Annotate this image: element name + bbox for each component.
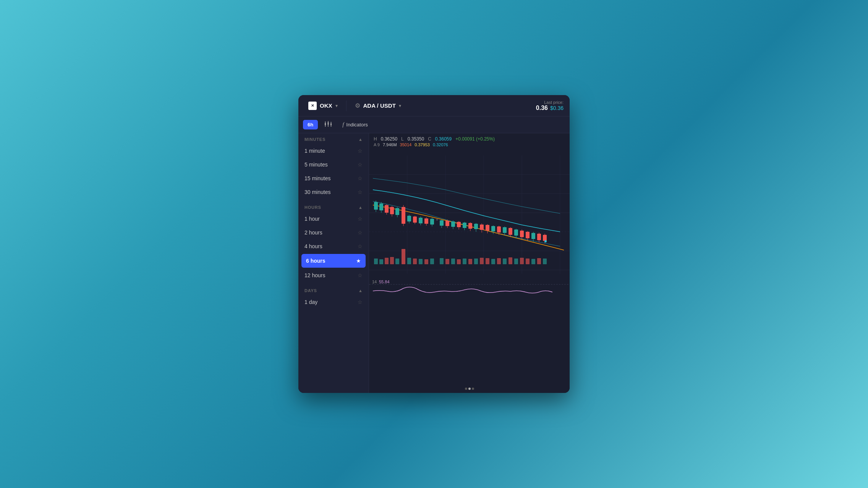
price-usd: $0.36 — [550, 105, 564, 111]
timeframe-4h-label: 4 hours — [304, 243, 322, 249]
chart-type-button[interactable] — [321, 119, 335, 131]
days-toggle-icon[interactable]: ▲ — [358, 288, 363, 293]
timeframe-30min-label: 30 minutes — [304, 189, 330, 195]
star-12h-icon[interactable]: ☆ — [358, 272, 363, 278]
svg-rect-41 — [430, 219, 434, 225]
exchange-logo: ✕ — [308, 102, 317, 110]
exchange-selector[interactable]: ✕ OKX ▾ — [304, 99, 342, 112]
svg-rect-68 — [508, 228, 512, 235]
minutes-label: MINUTES — [304, 137, 326, 142]
svg-rect-100 — [480, 258, 484, 264]
svg-rect-48 — [451, 221, 455, 227]
svg-rect-102 — [491, 259, 495, 264]
svg-rect-98 — [468, 259, 472, 264]
svg-rect-74 — [526, 232, 530, 238]
svg-rect-56 — [474, 224, 478, 229]
timeframe-2h-label: 2 hours — [304, 229, 322, 236]
l-label: L — [401, 136, 404, 142]
star-1d-icon[interactable]: ☆ — [358, 299, 363, 305]
days-section-header: DAYS ▲ — [298, 284, 369, 295]
svg-rect-46 — [445, 221, 449, 226]
ma-value: 7.946M — [383, 142, 397, 147]
last-price-value: 0.36 $0.36 — [536, 105, 564, 111]
svg-rect-70 — [514, 229, 518, 236]
exchange-chevron-icon: ▾ — [335, 103, 338, 108]
star-5min-icon[interactable]: ☆ — [358, 162, 363, 168]
minutes-toggle-icon[interactable]: ▲ — [358, 137, 363, 142]
bb-val2: 0.37953 — [415, 142, 430, 147]
pair-selector[interactable]: ⚙ ADA / USDT ▾ — [351, 100, 405, 111]
indicators-label: Indicators — [346, 122, 368, 128]
timeframe-5min[interactable]: 5 minutes ☆ — [298, 158, 369, 171]
svg-rect-87 — [402, 249, 405, 264]
timeframe-1min-label: 1 minute — [304, 148, 325, 154]
svg-rect-31 — [402, 207, 405, 224]
svg-rect-108 — [526, 259, 530, 264]
star-30min-icon[interactable]: ☆ — [358, 189, 363, 195]
svg-rect-29 — [395, 208, 399, 215]
svg-rect-107 — [520, 258, 524, 264]
timeframe-6h[interactable]: 6 hours ★ — [301, 254, 366, 268]
svg-rect-6 — [330, 123, 332, 125]
star-6h-icon[interactable]: ★ — [356, 258, 361, 264]
pair-gear-icon: ⚙ — [355, 102, 360, 109]
candlestick-chart: + — [369, 155, 570, 308]
svg-rect-97 — [463, 259, 466, 264]
svg-rect-27 — [390, 207, 394, 214]
timeframe-15min[interactable]: 15 minutes ☆ — [298, 171, 369, 185]
indicators-icon: f — [342, 121, 344, 128]
svg-rect-58 — [480, 225, 484, 230]
price-main: 0.36 — [536, 105, 548, 111]
chart-info-bar: H 0.36250 L 0.35350 C 0.36059 +0.00091 (… — [369, 133, 570, 147]
svg-rect-94 — [445, 259, 449, 264]
ohlc-line: H 0.36250 L 0.35350 C 0.36059 +0.00091 (… — [374, 136, 565, 142]
timeframe-2h[interactable]: 2 hours ☆ — [298, 226, 369, 239]
timeframe-1h[interactable]: 1 hour ☆ — [298, 212, 369, 226]
star-4h-icon[interactable]: ☆ — [358, 243, 363, 249]
ohlc-change: +0.00091 (+0.25%) — [455, 136, 495, 142]
svg-rect-35 — [413, 217, 417, 223]
bb-values: 35014 0.37953 0.32076 — [400, 142, 448, 147]
svg-rect-82 — [374, 259, 378, 264]
timeframe-4h[interactable]: 4 hours ☆ — [298, 239, 369, 253]
star-1h-icon[interactable]: ☆ — [358, 216, 363, 222]
hours-toggle-icon[interactable]: ▲ — [358, 205, 363, 210]
svg-rect-54 — [468, 223, 472, 229]
last-price-label: Last price: — [536, 100, 564, 105]
star-2h-icon[interactable]: ☆ — [358, 229, 363, 236]
svg-rect-109 — [531, 259, 535, 264]
svg-rect-72 — [520, 231, 524, 237]
header-divider — [346, 100, 347, 111]
chart-area: H 0.36250 L 0.35350 C 0.36059 +0.00091 (… — [369, 133, 570, 393]
star-1min-icon[interactable]: ☆ — [358, 148, 363, 154]
timeframe-12h[interactable]: 12 hours ☆ — [298, 268, 369, 282]
svg-rect-64 — [497, 226, 501, 233]
l-value: 0.35350 — [408, 136, 424, 142]
last-price-block: Last price: 0.36 $0.36 — [536, 100, 564, 111]
dropdown-panel: MINUTES ▲ 1 minute ☆ 5 minutes ☆ 15 minu… — [298, 133, 369, 393]
hours-section-header: HOURS ▲ — [298, 201, 369, 212]
indicators-button[interactable]: f Indicators — [338, 120, 372, 130]
svg-rect-99 — [474, 259, 478, 264]
svg-rect-21 — [374, 202, 378, 210]
dot-3 — [472, 388, 474, 390]
ma-label: A 9 — [374, 142, 380, 147]
exchange-name: OKX — [320, 102, 332, 109]
main-content: MINUTES ▲ 1 minute ☆ 5 minutes ☆ 15 minu… — [298, 133, 570, 393]
svg-rect-104 — [503, 259, 507, 264]
star-15min-icon[interactable]: ☆ — [358, 175, 363, 181]
dot-2 — [468, 388, 471, 390]
svg-rect-0 — [325, 123, 326, 125]
svg-rect-90 — [419, 259, 423, 264]
timeframe-30min[interactable]: 30 minutes ☆ — [298, 185, 369, 199]
timeframe-6h-label: 6 hours — [306, 258, 326, 264]
svg-rect-60 — [486, 225, 489, 231]
minutes-section-header: MINUTES ▲ — [298, 133, 369, 144]
timeframe-button[interactable]: 6h — [303, 120, 318, 129]
timeframe-1min[interactable]: 1 minute ☆ — [298, 144, 369, 158]
svg-rect-86 — [395, 259, 399, 264]
svg-rect-83 — [379, 259, 383, 264]
rsi-value: 55.84 — [379, 280, 390, 284]
days-label: DAYS — [304, 288, 317, 293]
timeframe-1d[interactable]: 1 day ☆ — [298, 295, 369, 309]
